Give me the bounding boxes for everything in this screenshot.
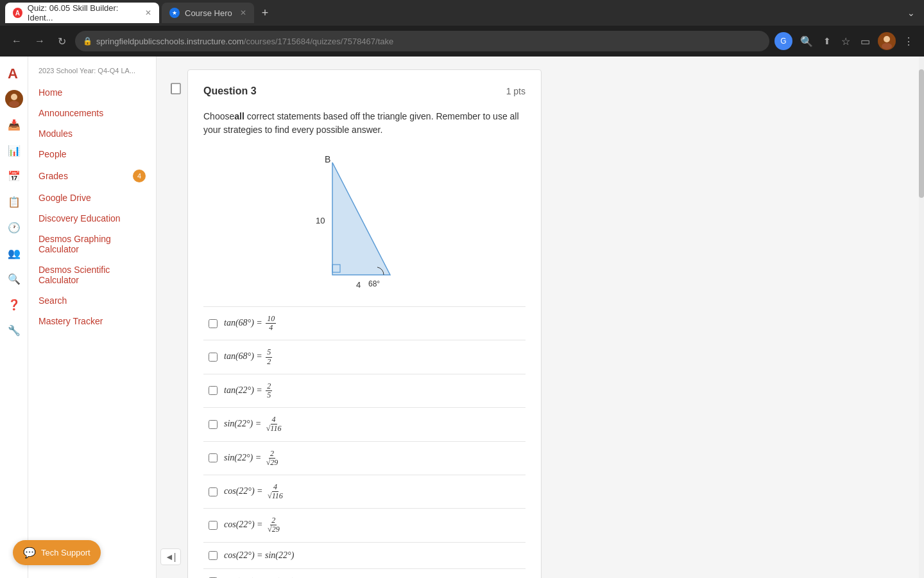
quiz-container: Question 3 1 pts Chooseall correct state…	[169, 69, 542, 578]
question-prompt: Chooseall correct statements based off t…	[203, 110, 526, 137]
checkbox-8[interactable]	[209, 551, 218, 560]
question-header: Question 3 1 pts	[203, 85, 526, 97]
canvas-logo-button[interactable]: A	[3, 62, 26, 85]
sidebar-item-desmos-graphing[interactable]: Desmos Graphing Calculator	[28, 229, 156, 259]
user-avatar-sidebar[interactable]	[3, 87, 26, 110]
checkbox-7[interactable]	[209, 521, 218, 530]
tab-quiz-close[interactable]: ✕	[145, 8, 151, 17]
url-bar[interactable]: 🔒 springfieldpublicschools.instructure.c…	[75, 31, 769, 51]
coursehero-favicon: ★	[169, 8, 180, 18]
svg-text:A: A	[8, 66, 18, 82]
help-icon[interactable]: ❓	[3, 293, 26, 316]
sidebar-item-google-drive[interactable]: Google Drive	[28, 188, 156, 208]
svg-point-1	[882, 43, 892, 49]
checkbox-1[interactable]	[209, 319, 218, 328]
question-row: Question 3 1 pts Chooseall correct state…	[169, 69, 542, 578]
url-text: springfieldpublicschools.instructure.com…	[96, 37, 393, 46]
svg-rect-5	[171, 83, 180, 94]
tab-coursehero-title: Course Hero	[185, 8, 232, 18]
svg-text:4: 4	[356, 280, 361, 290]
user-avatar[interactable]	[878, 32, 896, 50]
tech-support-button[interactable]: 💬 Tech Support	[13, 540, 101, 565]
svg-marker-7	[332, 162, 390, 275]
scrollbar-track	[919, 57, 924, 578]
svg-point-0	[884, 36, 890, 42]
answer-math-3: tan(22°) = 25	[224, 382, 273, 399]
grades-label: Grades	[38, 171, 68, 181]
answer-math-7: cos(22°) = 2√29	[224, 516, 282, 534]
back-button[interactable]: ←	[8, 33, 26, 49]
window-control[interactable]: ⌄	[903, 5, 919, 21]
answer-option-4: sin(22°) = 4√116	[203, 408, 526, 441]
main-content: Question 3 1 pts Chooseall correct state…	[157, 57, 924, 578]
zoom-search-icon[interactable]: 🔍	[798, 33, 816, 50]
answer-option-2: tan(68°) = 52	[203, 340, 526, 374]
checkbox-4[interactable]	[209, 420, 218, 429]
history-icon[interactable]: 🕐	[3, 216, 26, 239]
checkbox-3[interactable]	[209, 386, 218, 395]
tech-support-label: Tech Support	[41, 548, 90, 557]
search-icon-sidebar[interactable]: 🔍	[3, 267, 26, 290]
svg-text:B: B	[325, 154, 330, 164]
answer-math-1: tan(68°) = 104	[224, 315, 277, 332]
question-points: 1 pts	[506, 86, 526, 96]
browser-chrome: A Quiz: 06.05 Skill Builder: Ident... ✕ …	[0, 0, 924, 57]
calendar-icon[interactable]: 📅	[3, 164, 26, 188]
tech-support-chat-icon: 💬	[23, 547, 36, 559]
gradebook-icon[interactable]: 📊	[3, 139, 26, 162]
answer-math-8: cos(22°) = sin(22°)	[224, 550, 294, 561]
sidebar-item-search[interactable]: Search	[28, 290, 156, 311]
inbox-icon[interactable]: 📥	[3, 113, 26, 136]
scrollbar-thumb[interactable]	[919, 69, 924, 198]
answer-option-1: tan(68°) = 104	[203, 307, 526, 340]
sidebar-item-discovery-education[interactable]: Discovery Education	[28, 208, 156, 229]
bookmark-question-icon[interactable]	[169, 82, 182, 98]
tab-coursehero-close[interactable]: ✕	[240, 8, 246, 17]
more-options-icon[interactable]: ⋮	[901, 33, 916, 50]
sidebar-item-modules[interactable]: Modules	[28, 123, 156, 144]
answer-option-7: cos(22°) = 2√29	[203, 509, 526, 542]
app-layout: A 📥 📊 📅 📋 🕐 👥 🔍 ❓ 🔧 2023 School Year: Q4…	[0, 57, 924, 578]
syllabus-icon[interactable]: 📋	[3, 190, 26, 213]
answer-option-3: tan(22°) = 25	[203, 374, 526, 408]
tools-icon[interactable]: 🔧	[3, 319, 26, 342]
people-icon[interactable]: 👥	[3, 241, 26, 265]
triangle-diagram: B 10 4 68°	[203, 150, 526, 291]
answer-option-9: cos(68°) = sin(68°)	[203, 569, 526, 578]
checkbox-5[interactable]	[209, 453, 218, 462]
checkbox-6[interactable]	[209, 487, 218, 496]
svg-point-4	[9, 101, 19, 107]
forward-button[interactable]: →	[31, 33, 49, 49]
sidebar-item-grades[interactable]: Grades 4	[28, 164, 156, 188]
question-number: Question 3	[203, 85, 257, 97]
bookmark-icon[interactable]: ☆	[839, 33, 853, 50]
new-tab-button[interactable]: +	[257, 4, 274, 22]
lock-icon: 🔒	[83, 37, 92, 46]
grades-badge: 4	[133, 170, 146, 182]
checkbox-2[interactable]	[209, 353, 218, 362]
sidebar-item-announcements[interactable]: Announcements	[28, 103, 156, 123]
sidebar-item-people[interactable]: People	[28, 144, 156, 164]
question-card: Question 3 1 pts Chooseall correct state…	[187, 69, 542, 578]
sidebar-item-desmos-scientific[interactable]: Desmos Scientific Calculator	[28, 259, 156, 290]
reload-button[interactable]: ↻	[54, 33, 70, 50]
tab-quiz-title: Quiz: 06.05 Skill Builder: Ident...	[28, 3, 137, 22]
sidebar-item-mastery-tracker[interactable]: Mastery Tracker	[28, 311, 156, 331]
tab-quiz[interactable]: A Quiz: 06.05 Skill Builder: Ident... ✕	[5, 3, 159, 23]
answer-option-5: sin(22°) = 2√29	[203, 442, 526, 475]
answer-math-2: tan(68°) = 52	[224, 348, 273, 365]
school-year-label: 2023 School Year: Q4-Q4 LA...	[28, 62, 156, 82]
tab-coursehero[interactable]: ★ Course Hero ✕	[162, 3, 254, 23]
answer-option-6: cos(22°) = 4√116	[203, 475, 526, 509]
icon-sidebar: A 📥 📊 📅 📋 🕐 👥 🔍 ❓ 🔧	[0, 57, 28, 578]
google-account-icon[interactable]: G	[774, 32, 792, 50]
collapse-sidebar-button[interactable]: ◄|	[160, 548, 181, 565]
sidebar-item-home[interactable]: Home	[28, 82, 156, 103]
sidebar-icon[interactable]: ▭	[858, 33, 873, 50]
tab-bar: A Quiz: 06.05 Skill Builder: Ident... ✕ …	[0, 0, 924, 26]
answer-math-4: sin(22°) = 4√116	[224, 416, 284, 433]
share-icon[interactable]: ⬆	[821, 33, 834, 49]
answer-math-5: sin(22°) = 2√29	[224, 450, 280, 467]
answer-math-6: cos(22°) = 4√116	[224, 483, 286, 500]
answer-option-8: cos(22°) = sin(22°)	[203, 543, 526, 569]
